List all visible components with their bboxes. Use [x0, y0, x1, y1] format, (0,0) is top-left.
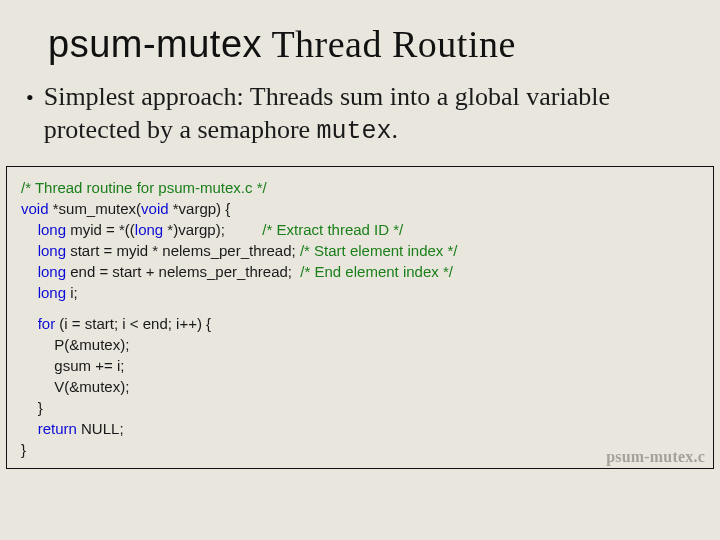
- code-text: }: [21, 441, 26, 458]
- indent: [21, 378, 54, 395]
- keyword: long: [38, 284, 66, 301]
- comment: /* Thread routine for psum-mutex.c */: [21, 179, 267, 196]
- indent: [21, 284, 38, 301]
- title-rest: Thread Routine: [262, 23, 516, 65]
- indent: [21, 242, 38, 259]
- keyword: return: [38, 420, 77, 437]
- slide: psum-mutex Thread Routine • Simplest app…: [0, 22, 720, 540]
- bullet-mono: mutex: [317, 117, 392, 146]
- bullet-row: • Simplest approach: Threads sum into a …: [26, 80, 692, 148]
- keyword: long: [38, 242, 66, 259]
- code-text: V(&mutex);: [54, 378, 129, 395]
- code-box: /* Thread routine for psum-mutex.c */ vo…: [6, 166, 714, 469]
- code-text: start = myid * nelems_per_thread;: [66, 242, 300, 259]
- code-line-7: P(&mutex);: [7, 334, 713, 355]
- indent: [21, 263, 38, 280]
- indent: [21, 221, 38, 238]
- keyword: void: [141, 200, 169, 217]
- code-line-8: gsum += i;: [7, 355, 713, 376]
- bullet-dot: •: [26, 82, 34, 114]
- code-line-6: for (i = start; i < end; i++) {: [7, 313, 713, 334]
- comment: /* Start element index */: [300, 242, 458, 259]
- title-mono: psum-mutex: [48, 23, 262, 65]
- source-file-label: psum-mutex.c: [606, 448, 705, 466]
- code-line-2: long myid = *((long *)vargp); /* Extract…: [7, 219, 713, 240]
- indent: [21, 420, 38, 437]
- code-text: *vargp) {: [169, 200, 231, 217]
- code-text: *sum_mutex(: [49, 200, 142, 217]
- code-text: }: [38, 399, 43, 416]
- code-text: (i = start; i < end; i++) {: [55, 315, 211, 332]
- keyword: for: [38, 315, 56, 332]
- code-line-0: /* Thread routine for psum-mutex.c */: [7, 177, 713, 198]
- code-line-11: return NULL;: [7, 418, 713, 439]
- code-text: i;: [66, 284, 78, 301]
- code-line-4: long end = start + nelems_per_thread; /*…: [7, 261, 713, 282]
- keyword: void: [21, 200, 49, 217]
- keyword: long: [38, 263, 66, 280]
- indent: [21, 357, 54, 374]
- code-line-1: void *sum_mutex(void *vargp) {: [7, 198, 713, 219]
- code-text: NULL;: [77, 420, 124, 437]
- code-line-3: long start = myid * nelems_per_thread; /…: [7, 240, 713, 261]
- keyword: long: [135, 221, 163, 238]
- slide-title: psum-mutex Thread Routine: [48, 22, 720, 66]
- comment: /* End element index */: [300, 263, 453, 280]
- code-text: end = start + nelems_per_thread;: [66, 263, 300, 280]
- comment: /* Extract thread ID */: [262, 221, 403, 238]
- code-text: P(&mutex);: [54, 336, 129, 353]
- code-line-10: }: [7, 397, 713, 418]
- code-text: gsum += i;: [54, 357, 124, 374]
- code-text: myid = *((: [66, 221, 135, 238]
- code-text: *)vargp);: [163, 221, 262, 238]
- keyword: long: [38, 221, 66, 238]
- indent: [21, 315, 38, 332]
- code-line-5: long i;: [7, 282, 713, 303]
- code-line-9: V(&mutex);: [7, 376, 713, 397]
- indent: [21, 336, 54, 353]
- bullet-suffix: .: [392, 115, 399, 144]
- bullet-text: Simplest approach: Threads sum into a gl…: [44, 80, 654, 148]
- indent: [21, 399, 38, 416]
- blank-line: [7, 303, 713, 313]
